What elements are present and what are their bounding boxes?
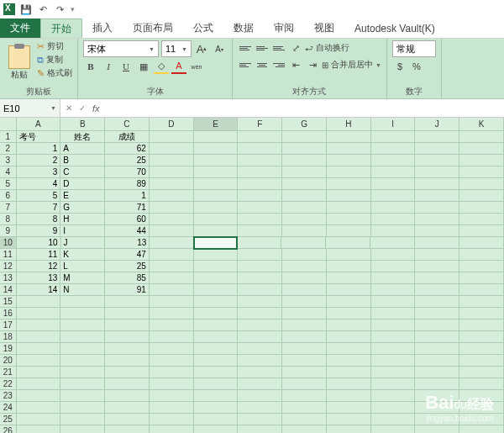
font-name-combo[interactable]: 宋体▼ bbox=[83, 40, 159, 57]
row-header-5[interactable]: 5 bbox=[0, 178, 17, 190]
cell-F9[interactable] bbox=[238, 225, 282, 237]
cell-G22[interactable] bbox=[282, 378, 327, 390]
tab-data[interactable]: 数据 bbox=[223, 18, 264, 38]
cell-K14[interactable] bbox=[459, 284, 504, 296]
cell-A15[interactable] bbox=[17, 296, 61, 308]
cell-D1[interactable] bbox=[150, 131, 194, 143]
align-left-button[interactable] bbox=[238, 58, 253, 71]
cell-B14[interactable]: N bbox=[60, 284, 105, 296]
cell-E21[interactable] bbox=[194, 367, 239, 378]
row-header-12[interactable]: 12 bbox=[0, 261, 17, 272]
cell-G26[interactable] bbox=[282, 425, 327, 433]
cell-I4[interactable] bbox=[371, 166, 416, 178]
cell-G20[interactable] bbox=[282, 355, 327, 367]
cell-E6[interactable] bbox=[194, 190, 239, 202]
cell-G16[interactable] bbox=[282, 308, 327, 319]
cell-J7[interactable] bbox=[415, 202, 459, 214]
cell-D17[interactable] bbox=[150, 319, 194, 331]
cell-I9[interactable] bbox=[371, 225, 416, 237]
cell-D19[interactable] bbox=[150, 343, 194, 355]
cell-H11[interactable] bbox=[327, 249, 371, 261]
cell-B18[interactable] bbox=[60, 331, 105, 343]
name-box[interactable]: E10▼ bbox=[0, 99, 60, 117]
cell-C6[interactable]: 1 bbox=[105, 190, 150, 202]
cell-B22[interactable] bbox=[60, 378, 105, 390]
cell-F25[interactable] bbox=[238, 414, 282, 425]
cell-I14[interactable] bbox=[371, 284, 416, 296]
cell-C15[interactable] bbox=[105, 296, 150, 308]
tab-autodesk-vault[interactable]: Autodesk Vault(K) bbox=[344, 18, 445, 38]
cell-F18[interactable] bbox=[238, 331, 282, 343]
cell-I1[interactable] bbox=[371, 131, 416, 143]
cell-C22[interactable] bbox=[105, 378, 150, 390]
cell-G12[interactable] bbox=[282, 261, 327, 272]
cell-G14[interactable] bbox=[282, 284, 327, 296]
cell-A19[interactable] bbox=[17, 343, 61, 355]
cell-B8[interactable]: H bbox=[60, 214, 105, 225]
tab-home[interactable]: 开始 bbox=[40, 18, 82, 38]
cell-A7[interactable]: 7 bbox=[17, 202, 61, 214]
cell-B17[interactable] bbox=[60, 319, 105, 331]
cell-K19[interactable] bbox=[459, 343, 504, 355]
cell-B9[interactable]: I bbox=[60, 225, 105, 237]
font-color-button[interactable]: A bbox=[171, 59, 186, 74]
cell-F19[interactable] bbox=[238, 343, 282, 355]
cell-H19[interactable] bbox=[327, 343, 371, 355]
cell-H5[interactable] bbox=[327, 178, 371, 190]
cell-B10[interactable]: J bbox=[61, 237, 106, 249]
cell-F2[interactable] bbox=[238, 143, 282, 155]
cell-A1[interactable]: 考号 bbox=[17, 131, 61, 143]
cell-D11[interactable] bbox=[150, 249, 194, 261]
row-header-9[interactable]: 9 bbox=[0, 225, 17, 237]
cell-A11[interactable]: 11 bbox=[17, 249, 61, 261]
cell-C3[interactable]: 25 bbox=[105, 155, 150, 166]
cell-E5[interactable] bbox=[194, 178, 239, 190]
cell-D24[interactable] bbox=[150, 402, 194, 414]
cell-H2[interactable] bbox=[327, 143, 371, 155]
cell-I12[interactable] bbox=[371, 261, 416, 272]
cell-B20[interactable] bbox=[60, 355, 105, 367]
cell-D18[interactable] bbox=[150, 331, 194, 343]
cell-E26[interactable] bbox=[194, 425, 239, 433]
italic-button[interactable]: I bbox=[101, 59, 116, 74]
cell-E19[interactable] bbox=[194, 343, 239, 355]
cell-B2[interactable]: A bbox=[60, 143, 105, 155]
cell-F10[interactable] bbox=[237, 237, 281, 249]
cell-A16[interactable] bbox=[17, 308, 61, 319]
tab-review[interactable]: 审阅 bbox=[264, 18, 304, 38]
cell-A4[interactable]: 3 bbox=[17, 166, 61, 178]
cell-E15[interactable] bbox=[194, 296, 239, 308]
underline-button[interactable]: U bbox=[118, 59, 134, 74]
tab-file[interactable]: 文件 bbox=[0, 18, 40, 38]
cell-E17[interactable] bbox=[194, 319, 239, 331]
cell-H12[interactable] bbox=[327, 261, 371, 272]
cell-E25[interactable] bbox=[194, 414, 239, 425]
cell-E4[interactable] bbox=[194, 166, 239, 178]
col-header-B[interactable]: B bbox=[60, 118, 105, 131]
cut-button[interactable]: ✂剪切 bbox=[37, 40, 72, 52]
cell-H6[interactable] bbox=[327, 190, 371, 202]
cell-C13[interactable]: 85 bbox=[105, 272, 150, 284]
cell-F4[interactable] bbox=[238, 166, 282, 178]
formula-bar[interactable] bbox=[105, 99, 504, 117]
cell-A12[interactable]: 12 bbox=[17, 261, 61, 272]
cell-K21[interactable] bbox=[459, 367, 504, 378]
cell-G2[interactable] bbox=[282, 143, 327, 155]
cell-J17[interactable] bbox=[415, 319, 459, 331]
cell-F3[interactable] bbox=[238, 155, 282, 166]
redo-icon[interactable]: ↷ bbox=[54, 3, 66, 15]
cell-A24[interactable] bbox=[17, 402, 61, 414]
cell-J20[interactable] bbox=[415, 355, 459, 367]
cell-I19[interactable] bbox=[371, 343, 416, 355]
cell-D25[interactable] bbox=[150, 414, 194, 425]
cell-D9[interactable] bbox=[150, 225, 194, 237]
cell-D13[interactable] bbox=[150, 272, 194, 284]
cell-F24[interactable] bbox=[238, 402, 282, 414]
cell-F7[interactable] bbox=[238, 202, 282, 214]
row-header-22[interactable]: 22 bbox=[0, 378, 17, 390]
border-button[interactable]: ▦ bbox=[136, 59, 151, 74]
cell-J19[interactable] bbox=[415, 343, 459, 355]
cell-F23[interactable] bbox=[238, 390, 282, 402]
cell-H3[interactable] bbox=[327, 155, 371, 166]
cell-G13[interactable] bbox=[282, 272, 327, 284]
